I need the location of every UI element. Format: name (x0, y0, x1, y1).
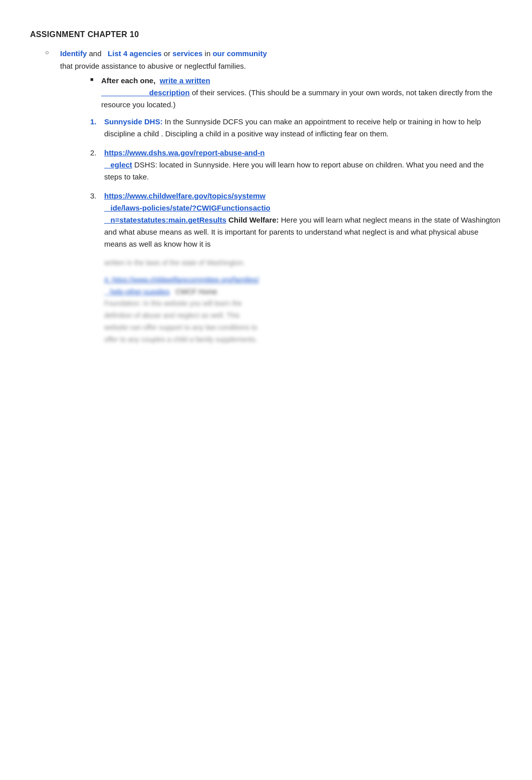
bullet-item: After each one, write a written descript… (90, 75, 502, 111)
bullet-text-prefix: After each one, (101, 76, 158, 85)
numbered-item-3: 3. https://www.childwelfare.gov/topics/s… (90, 190, 502, 250)
blurred-item4: 4. https://www.childwelfarecommittee.org… (104, 274, 502, 346)
numbered-list: 1. Sunnyside DHS: In the Sunnyside DCFS … (60, 116, 502, 250)
outer-list-item: Identify and List 4 agencies or services… (50, 48, 502, 346)
item2-body: DSHS: located in Sunnyside. Here you wil… (104, 160, 484, 181)
assignment-title: ASSIGNMENT CHAPTER 10 (30, 30, 502, 39)
services-link[interactable]: services (172, 49, 202, 58)
item2-num: 2. (90, 147, 97, 159)
outer-list: Identify and List 4 agencies or services… (30, 48, 502, 346)
item1-num: 1. (90, 116, 97, 128)
numbered-item-1: 1. Sunnyside DHS: In the Sunnyside DCFS … (90, 116, 502, 140)
bullet-list: After each one, write a written descript… (60, 75, 502, 111)
intro-text-in: in (205, 49, 213, 58)
numbered-item-2: 2. https://www.dshs.wa.gov/report-abuse-… (90, 147, 502, 183)
item3-num: 3. (90, 190, 97, 202)
intro-line: Identify and List 4 agencies or services… (60, 48, 502, 60)
blurred-section: written in the laws of the state of Wash… (60, 257, 502, 346)
item1-label-link[interactable]: Sunnyside DHS: (104, 117, 163, 126)
intro-text-and: and (89, 49, 106, 58)
item3-label-suffix: Child Welfare: (228, 216, 279, 224)
page-container: ASSIGNMENT CHAPTER 10 Identify and List … (30, 30, 502, 346)
identify-link[interactable]: Identify (60, 49, 87, 58)
community-link[interactable]: our community (212, 49, 267, 58)
list-agencies-link[interactable]: List 4 agencies (108, 49, 162, 58)
intro-continuation: that provide assistance to abusive or ne… (60, 61, 502, 72)
blurred-line-1: written in the laws of the state of Wash… (104, 257, 502, 269)
intro-text-or: or (164, 49, 173, 58)
